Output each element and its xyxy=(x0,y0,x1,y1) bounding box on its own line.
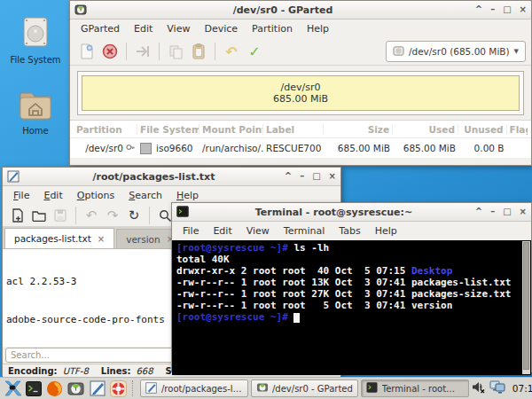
dropdown-arrow-icon: ▼ xyxy=(514,48,519,55)
menu-edit[interactable]: Edit xyxy=(36,188,69,203)
col-unused: Unused xyxy=(458,124,507,135)
save-button[interactable] xyxy=(50,206,71,225)
apply-button[interactable]: ✓ xyxy=(243,41,266,62)
reload-button[interactable]: ↻ xyxy=(123,206,145,225)
menu-help[interactable]: Help xyxy=(368,223,404,239)
shade-button[interactable]: ^ xyxy=(475,206,482,218)
menu-terminal[interactable]: Terminal xyxy=(277,223,332,239)
menu-view[interactable]: View xyxy=(239,223,277,239)
menu-partition[interactable]: Partition xyxy=(245,21,300,36)
resize-move-button[interactable] xyxy=(131,41,154,62)
partition-name: /dev/sr0 xyxy=(281,82,321,93)
close-button[interactable]: × xyxy=(520,206,527,218)
taskbar-button-label: /root/packages-lis... xyxy=(161,384,243,394)
applications-menu-icon[interactable] xyxy=(3,379,21,398)
desktop-icon-label: Home xyxy=(22,126,49,136)
gparted-titlebar[interactable]: /dev/sr0 - GParted ^ – □ × xyxy=(70,1,531,20)
menu-help[interactable]: Help xyxy=(300,21,336,36)
terminal-app-icon xyxy=(176,206,189,218)
new-document-button[interactable] xyxy=(7,206,28,225)
table-row[interactable]: /dev/sr0 iso9660 /run/archiso/... RESCUE… xyxy=(70,138,531,158)
paste-button[interactable] xyxy=(187,41,210,62)
undo-button[interactable]: ↶ xyxy=(220,41,243,62)
menu-edit[interactable]: Edit xyxy=(206,223,239,239)
partition-visual-frame: /dev/sr0 685.00 MiB xyxy=(77,71,524,115)
scrollbar-thumb[interactable] xyxy=(523,242,529,370)
tab-packages-list[interactable]: packages-list.txt × xyxy=(4,228,114,248)
desktop-icon-file-system[interactable]: File System xyxy=(2,14,69,65)
maximize-button[interactable]: □ xyxy=(503,4,511,16)
gparted-toolbar: ↶ ✓ /dev/sr0 (685.00 MiB) ▼ xyxy=(70,38,531,66)
support-launcher-icon[interactable] xyxy=(109,379,128,398)
menu-search[interactable]: Search xyxy=(121,188,169,203)
network-icon[interactable] xyxy=(489,380,506,396)
close-button[interactable]: × xyxy=(329,170,336,183)
terminal-scrollbar[interactable] xyxy=(522,241,530,374)
taskbar-button-gparted[interactable]: /dev/sr0 - GParted xyxy=(251,379,358,397)
new-partition-button[interactable] xyxy=(75,41,98,62)
terminal-launcher-icon[interactable] xyxy=(24,379,43,398)
delete-partition-button[interactable] xyxy=(98,41,121,62)
menu-help[interactable]: Help xyxy=(169,188,206,203)
row-partition: /dev/sr0 xyxy=(85,143,123,153)
row-filesystem: iso9660 xyxy=(156,143,193,153)
menu-options[interactable]: Options xyxy=(70,188,121,203)
terminal-cursor xyxy=(293,313,300,323)
lines-label: Lines: xyxy=(101,366,131,376)
gparted-menubar: GParted Edit View Device Partition Help xyxy=(70,20,531,38)
menu-edit[interactable]: Edit xyxy=(127,21,160,36)
shade-button[interactable]: ^ xyxy=(475,4,482,16)
maximize-button[interactable]: □ xyxy=(503,206,511,218)
partition-block-sr0[interactable]: /dev/sr0 685.00 MiB xyxy=(82,75,520,111)
terminal-screen[interactable]: [root@sysrescue ~]# ls -lh total 40K drw… xyxy=(172,240,531,375)
open-file-button[interactable] xyxy=(28,206,50,225)
file-meta: drwxr-xr-x 2 root root 40 Oct 5 07:15 xyxy=(176,265,411,277)
file-meta: -rw-r--r-- 1 root root 27K Oct 3 07:41 xyxy=(176,288,411,300)
encoding-label: Encoding: xyxy=(8,366,58,376)
editor-titlebar[interactable]: /root/packages-list.txt ^ – □ × xyxy=(3,168,340,186)
menu-file[interactable]: File xyxy=(6,188,36,203)
gparted-window-icon xyxy=(256,382,269,395)
terminal-titlebar[interactable]: Terminal - root@sysrescue:~ ^ – □ × xyxy=(172,203,531,222)
filesystem-color-swatch xyxy=(140,143,152,154)
minimize-button[interactable]: – xyxy=(300,170,304,183)
desktop: File System Home /dev/sr0 - GParted ^ – … xyxy=(0,0,532,399)
minimize-button[interactable]: – xyxy=(490,206,495,218)
close-button[interactable]: × xyxy=(520,4,527,16)
clock[interactable]: 07:17:41 xyxy=(510,383,532,394)
menu-gparted[interactable]: GParted xyxy=(74,21,127,36)
file-meta: -rw-r--r-- 1 root root 13K Oct 3 07:41 xyxy=(176,277,411,288)
menu-view[interactable]: View xyxy=(160,21,197,36)
col-label: Label xyxy=(263,124,324,135)
file-name: packages-list.txt xyxy=(411,277,512,288)
tab-close-icon[interactable]: × xyxy=(98,234,105,244)
gparted-launcher-icon[interactable] xyxy=(66,379,85,398)
redo-button[interactable]: ↷ xyxy=(102,206,123,225)
device-selector[interactable]: /dev/sr0 (685.00 MiB) ▼ xyxy=(386,41,526,62)
encoding-value: UTF-8 xyxy=(63,366,89,376)
gparted-app-icon xyxy=(74,4,87,16)
taskbar-button-terminal[interactable]: Terminal - root@s... xyxy=(361,379,469,397)
volume-muted-icon[interactable] xyxy=(472,380,486,396)
file-meta: -rw-r--r-- 1 root root 5 Oct 3 07:41 xyxy=(176,300,411,311)
hard-drive-icon xyxy=(18,14,53,52)
editor-launcher-icon[interactable] xyxy=(88,379,106,398)
terminal-menubar: File Edit View Terminal Tabs Help xyxy=(172,222,531,240)
copy-button[interactable] xyxy=(164,41,187,62)
desktop-icon-home[interactable]: Home xyxy=(2,85,69,136)
maximize-button[interactable]: □ xyxy=(312,170,320,183)
device-drive-icon xyxy=(393,45,404,59)
menu-file[interactable]: File xyxy=(176,223,206,239)
minimize-button[interactable]: – xyxy=(490,4,495,16)
shell-prompt: [root@sysrescue ~]# xyxy=(176,242,293,254)
firefox-launcher-icon[interactable] xyxy=(45,379,64,398)
undo-button[interactable]: ↶ xyxy=(81,206,102,225)
menu-tabs[interactable]: Tabs xyxy=(332,223,367,239)
output-line: total 40K xyxy=(176,254,520,265)
partition-size: 685.00 MiB xyxy=(273,93,328,105)
shade-button[interactable]: ^ xyxy=(285,170,292,183)
panel-separator xyxy=(132,380,136,396)
terminal-window-icon xyxy=(366,382,379,395)
taskbar-button-editor[interactable]: /root/packages-lis... xyxy=(140,379,248,397)
menu-device[interactable]: Device xyxy=(197,21,245,36)
